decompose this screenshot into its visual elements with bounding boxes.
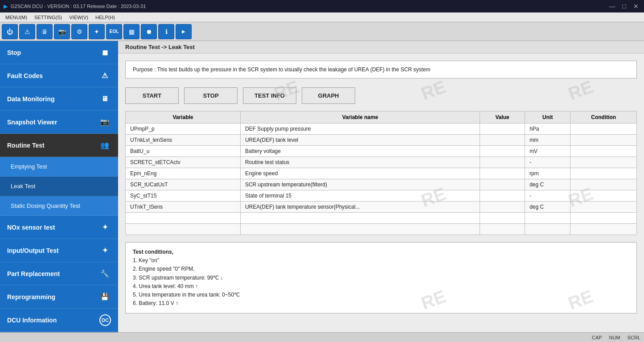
warning-icon[interactable]: ⚠ — [19, 24, 35, 39]
conditions-box: Test conditions, 1. Key "on" 2. Engine s… — [125, 242, 637, 313]
breadcrumb: Routine Test -> Leak Test — [118, 41, 644, 54]
table-header-value: Value — [480, 111, 525, 124]
graph-button[interactable]: GRAPH — [302, 87, 355, 104]
menu-item-setting[interactable]: SETTING(S) — [31, 14, 66, 21]
star-icon[interactable]: ✦ — [89, 24, 105, 39]
app-title: G2SCAN DCU - VERSION : 03.17 Release Dat… — [11, 4, 146, 9]
table-cell-condition — [570, 179, 637, 190]
sidebar-item-static-dosing-label: Static Dosing Quantity Test — [11, 202, 80, 209]
table-row: UPmpP_pDEF Supply pump pressurehPa — [126, 124, 637, 135]
table-cell-variable: SCRETC_stETCActv — [126, 157, 241, 168]
rec-icon[interactable]: ⏺ — [141, 24, 157, 39]
sidebar-item-snapshot-viewer[interactable]: Snapshot Viewer 📷 — [0, 111, 118, 134]
table-row: UTnkLvl_lenSensUREA(DEF) tank levelmm — [126, 135, 637, 146]
sidebar-item-part-replacement[interactable]: Part Replacement 🔧 — [0, 262, 118, 285]
table-cell-condition — [570, 157, 637, 168]
window-controls: — □ ✕ — [607, 3, 640, 10]
part-icon: 🔧 — [98, 268, 111, 280]
table-cell-variable_name: State of terminal 15 — [240, 190, 480, 202]
expand-icon[interactable]: ▶ — [176, 24, 192, 39]
close-button[interactable]: ✕ — [632, 3, 640, 10]
table-row: UTnkT_tSensUREA(DEF) tank temperature se… — [126, 202, 637, 213]
sidebar-item-leak-test[interactable]: Leak Test — [0, 177, 118, 196]
settings-icon[interactable]: ⚙ — [71, 24, 87, 39]
table-header-condition: Condition — [570, 111, 637, 124]
table-cell-value — [480, 168, 525, 179]
data-table: Variable Variable name Value Unit Condit… — [125, 111, 637, 235]
sidebar-item-dcu-info[interactable]: DCU Information DC — [0, 309, 118, 332]
main-layout: Stop ◼ Fault Codes ⚠ Data Monitoring 🖥 S… — [0, 41, 644, 332]
sidebar-item-fault-codes-label: Fault Codes — [7, 72, 43, 79]
sidebar-item-part-label: Part Replacement — [7, 270, 60, 277]
monitor-icon[interactable]: 🖥 — [37, 24, 53, 39]
sidebar-item-emptying-test[interactable]: Emptying Test — [0, 157, 118, 177]
reprogramming-icon: 💾 — [98, 291, 111, 303]
menu-item-view[interactable]: VIEW(V) — [66, 14, 92, 21]
table-cell-unit: - — [525, 157, 570, 168]
start-button[interactable]: START — [125, 87, 179, 104]
table-cell-condition — [570, 146, 637, 157]
table-row: SyC_stT15State of terminal 15- — [126, 190, 637, 202]
sidebar-item-nox-sensor[interactable]: NOx sensor test ✦ — [0, 216, 118, 239]
table-cell-unit: hPa — [525, 124, 570, 135]
sidebar-item-data-monitoring[interactable]: Data Monitoring 🖥 — [0, 87, 118, 111]
table-cell-condition — [570, 135, 637, 146]
table-cell-value — [480, 135, 525, 146]
maximize-button[interactable]: □ — [621, 3, 628, 10]
table-cell-unit: mV — [525, 146, 570, 157]
title-bar: ▶ G2SCAN DCU - VERSION : 03.17 Release D… — [0, 0, 644, 12]
sidebar-item-io-label: Input/Output Test — [7, 247, 59, 254]
table-row: BattU_uBattery voltagemV — [126, 146, 637, 157]
table-cell-unit: mm — [525, 135, 570, 146]
table-cell-value — [480, 202, 525, 213]
test-info-button[interactable]: TEST INFO — [243, 87, 296, 104]
table-cell-value — [480, 124, 525, 135]
grid-icon[interactable]: ▦ — [123, 24, 139, 39]
sidebar-item-io-test[interactable]: Input/Output Test ✦ — [0, 239, 118, 262]
table-cell-variable_name: Battery voltage — [240, 146, 480, 157]
table-cell-value — [480, 179, 525, 190]
data-monitoring-icon: 🖥 — [98, 93, 111, 105]
content-panel: RE RE RE RE RE RE RE Purpose : This test… — [118, 54, 644, 332]
sidebar-item-static-dosing[interactable]: Static Dosing Quantity Test — [0, 196, 118, 216]
sidebar: Stop ◼ Fault Codes ⚠ Data Monitoring 🖥 S… — [0, 41, 118, 332]
sidebar-item-reprogramming[interactable]: Reprogramming 💾 — [0, 285, 118, 309]
sidebar-item-fault-codes[interactable]: Fault Codes ⚠ — [0, 64, 118, 87]
power-icon[interactable]: ⏻ — [2, 24, 18, 39]
sidebar-item-emptying-test-label: Emptying Test — [11, 163, 47, 170]
table-header-variable: Variable — [126, 111, 241, 124]
table-cell-unit: rpm — [525, 168, 570, 179]
table-cell-condition — [570, 190, 637, 202]
table-row-empty — [126, 213, 637, 224]
table-cell-variable: UTnkT_tSens — [126, 202, 241, 213]
status-caps: CAP — [592, 335, 602, 340]
purpose-box: Purpose : This test builds up the pressu… — [125, 61, 637, 78]
table-cell-variable_name: DEF Supply pump pressure — [240, 124, 480, 135]
status-scrl: SCRL — [628, 335, 640, 340]
routine-test-icon: 👥 — [98, 139, 111, 152]
info-icon[interactable]: ℹ — [158, 24, 174, 39]
minimize-button[interactable]: — — [607, 3, 617, 10]
sidebar-item-stop-label: Stop — [7, 49, 21, 56]
snapshot-icon: 📷 — [98, 116, 111, 128]
camera-icon[interactable]: 📷 — [54, 24, 70, 39]
menu-item-menu[interactable]: MENU(M) — [2, 14, 31, 21]
app-logo: ▶ — [4, 4, 7, 9]
eol-icon[interactable]: EOL — [106, 24, 122, 39]
menu-item-help[interactable]: HELP(H) — [92, 14, 119, 21]
status-bar: CAP NUM SCRL — [0, 332, 644, 342]
sidebar-item-dcu-label: DCU Information — [7, 317, 57, 324]
sidebar-item-leak-test-label: Leak Test — [11, 183, 35, 190]
sidebar-item-eol[interactable]: EOL — [0, 332, 118, 332]
table-header-unit: Unit — [525, 111, 570, 124]
table-cell-condition — [570, 202, 637, 213]
table-row-empty — [126, 224, 637, 235]
table-cell-variable: Epm_nEng — [126, 168, 241, 179]
sidebar-item-snapshot-label: Snapshot Viewer — [7, 119, 57, 126]
fault-codes-icon: ⚠ — [98, 70, 111, 82]
sidebar-item-routine-test[interactable]: Routine Test 👥 — [0, 134, 118, 157]
stop-button[interactable]: STOP — [184, 87, 238, 104]
table-cell-variable: SyC_stT15 — [126, 190, 241, 202]
buttons-row: START STOP TEST INFO GRAPH — [125, 87, 637, 104]
sidebar-item-stop[interactable]: Stop ◼ — [0, 41, 118, 64]
